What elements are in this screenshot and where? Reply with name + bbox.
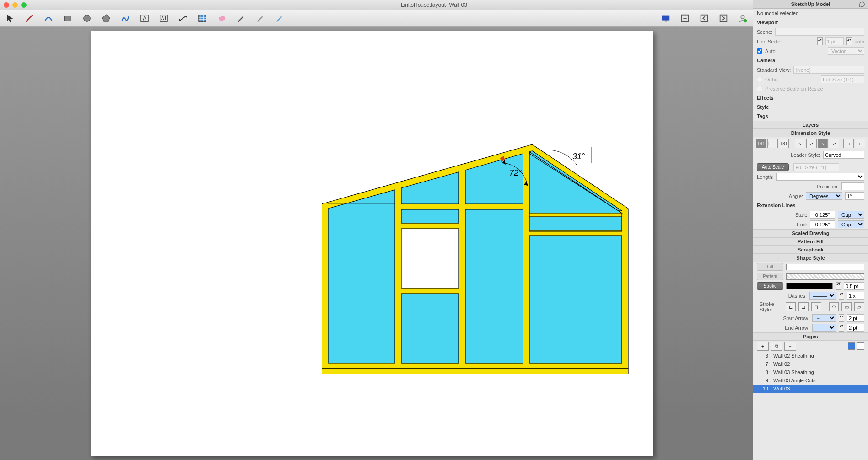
end-arrow-stepper[interactable]: ▴▾ bbox=[839, 324, 844, 332]
scrapbook-section[interactable]: Scrapbook bbox=[753, 246, 868, 254]
dim-align-3-icon[interactable]: T3T bbox=[779, 139, 789, 148]
cap-3-icon[interactable]: ⊓ bbox=[811, 302, 821, 311]
line-tool-icon[interactable] bbox=[24, 13, 35, 24]
dash-scale-input[interactable] bbox=[847, 292, 864, 300]
table-tool-icon[interactable] bbox=[197, 13, 208, 24]
render-mode-select[interactable]: Vector bbox=[828, 47, 864, 55]
fill-button[interactable]: Fill bbox=[757, 263, 783, 271]
auto-scale-button[interactable]: Auto Scale bbox=[757, 163, 789, 171]
stroke-button[interactable]: Stroke bbox=[757, 282, 783, 290]
pattern-button[interactable]: Pattern bbox=[757, 273, 783, 280]
refresh-icon[interactable] bbox=[859, 1, 865, 8]
start-arrow-stepper[interactable]: ▴▾ bbox=[839, 314, 844, 322]
page-item[interactable]: 8:Wall 03 Sheathing bbox=[753, 368, 868, 376]
account-icon[interactable] bbox=[737, 13, 748, 24]
select-tool-icon[interactable] bbox=[5, 13, 16, 24]
pages-section[interactable]: Pages bbox=[753, 332, 868, 341]
label-tool-icon[interactable]: A1 bbox=[158, 13, 169, 24]
length-unit-select[interactable] bbox=[776, 173, 864, 181]
layers-section[interactable]: Layers bbox=[753, 121, 868, 129]
text-tool-icon[interactable]: A bbox=[139, 13, 150, 24]
ext-end-value[interactable] bbox=[810, 220, 835, 228]
dim-leader-6-icon[interactable]: ⎍ bbox=[855, 139, 865, 148]
scene-select[interactable] bbox=[775, 28, 864, 36]
remove-page-button[interactable]: − bbox=[784, 342, 796, 351]
dim-align-1-icon[interactable]: 131 bbox=[756, 139, 766, 148]
leader-style-select[interactable] bbox=[823, 151, 864, 159]
polygon-tool-icon[interactable] bbox=[101, 13, 112, 24]
dim-leader-2-icon[interactable]: ↗ bbox=[806, 139, 817, 148]
join-3-icon[interactable]: ▱ bbox=[854, 302, 864, 311]
dim-align-2-icon[interactable]: ⊢⊣ bbox=[767, 139, 778, 148]
dim-leader-4-icon[interactable]: ↗ bbox=[829, 139, 839, 148]
stroke-width-stepper[interactable]: ▴▾ bbox=[836, 282, 841, 290]
angle-unit-select[interactable]: Degrees bbox=[806, 192, 842, 200]
maximize-window-icon[interactable] bbox=[21, 2, 27, 8]
next-page-icon[interactable] bbox=[718, 13, 729, 24]
page-item[interactable]: 7:Wall 02 bbox=[753, 360, 868, 368]
rectangle-tool-icon[interactable] bbox=[62, 13, 73, 24]
pattern-swatch[interactable] bbox=[786, 273, 864, 280]
canvas-area[interactable]: 72° 31° bbox=[0, 27, 753, 460]
scaled-drawing-section[interactable]: Scaled Drawing bbox=[753, 229, 868, 237]
stroke-width-input[interactable] bbox=[844, 282, 864, 290]
close-window-icon[interactable] bbox=[4, 2, 9, 8]
tags-section[interactable]: Tags bbox=[753, 112, 868, 121]
line-scale-stepper[interactable]: ▴▾ bbox=[817, 37, 823, 45]
add-page-icon[interactable] bbox=[679, 13, 690, 24]
eraser-tool-icon[interactable] bbox=[216, 13, 227, 24]
ext-start-value[interactable] bbox=[810, 211, 835, 219]
join-tool-icon[interactable] bbox=[274, 13, 285, 24]
join-1-icon[interactable]: ◠ bbox=[829, 302, 839, 311]
stroke-swatch[interactable] bbox=[786, 283, 833, 289]
end-arrow-select[interactable]: → bbox=[812, 324, 836, 332]
dim-leader-1-icon[interactable]: ↘ bbox=[795, 139, 805, 148]
pattern-fill-section[interactable]: Pattern Fill bbox=[753, 237, 868, 246]
dim-leader-5-icon[interactable]: ⎍ bbox=[843, 139, 854, 148]
freehand-tool-icon[interactable] bbox=[120, 13, 131, 24]
ext-start-gap[interactable]: Gap bbox=[838, 211, 864, 219]
svg-rect-8 bbox=[219, 16, 226, 21]
line-scale-value[interactable] bbox=[825, 37, 844, 45]
style-tool-icon[interactable] bbox=[235, 13, 246, 24]
ext-end-gap[interactable]: Gap bbox=[838, 220, 864, 228]
dashes-select[interactable]: ——— bbox=[809, 292, 836, 300]
full-size-input[interactable] bbox=[793, 163, 839, 171]
page-view-list-icon[interactable]: ≡ bbox=[857, 342, 864, 350]
line-scale-mode: auto bbox=[855, 39, 864, 44]
start-arrow-size[interactable] bbox=[847, 314, 864, 322]
precision-input[interactable] bbox=[841, 182, 864, 190]
join-2-icon[interactable]: ▭ bbox=[841, 302, 852, 311]
style-section[interactable]: Style bbox=[753, 102, 868, 112]
prev-page-icon[interactable] bbox=[699, 13, 710, 24]
presentation-icon[interactable] bbox=[660, 13, 671, 24]
dimension-tool-icon[interactable] bbox=[178, 13, 189, 24]
circle-tool-icon[interactable] bbox=[81, 13, 92, 24]
page-item[interactable]: 10:Wall 03 bbox=[753, 385, 868, 393]
svg-rect-20 bbox=[401, 229, 459, 288]
start-arrow-select[interactable]: → bbox=[812, 314, 836, 322]
dimension-style-section[interactable]: Dimension Style bbox=[753, 129, 868, 137]
camera-scale[interactable] bbox=[821, 75, 864, 83]
std-view-select[interactable] bbox=[793, 66, 864, 74]
dash-scale-stepper[interactable]: ▴▾ bbox=[839, 292, 844, 300]
shape-style-section[interactable]: Shape Style bbox=[753, 254, 868, 262]
cap-1-icon[interactable]: ⊏ bbox=[786, 302, 796, 311]
fill-swatch[interactable] bbox=[786, 264, 864, 270]
effects-section[interactable]: Effects bbox=[753, 93, 868, 102]
angle-precision-input[interactable] bbox=[845, 192, 864, 200]
svg-rect-21 bbox=[401, 294, 459, 363]
duplicate-page-button[interactable]: ⧉ bbox=[771, 342, 782, 351]
arc-tool-icon[interactable] bbox=[43, 13, 54, 24]
auto-render-checkbox[interactable] bbox=[757, 48, 762, 54]
split-tool-icon[interactable] bbox=[254, 13, 265, 24]
line-scale-stepper-2[interactable]: ▴▾ bbox=[846, 37, 852, 45]
page-view-grid-icon[interactable] bbox=[848, 342, 855, 350]
page-item[interactable]: 9:Wall 03 Angle Cuts bbox=[753, 376, 868, 385]
cap-2-icon[interactable]: ⊐ bbox=[798, 302, 809, 311]
end-arrow-size[interactable] bbox=[847, 324, 864, 332]
minimize-window-icon[interactable] bbox=[12, 2, 18, 8]
add-page-button[interactable]: + bbox=[757, 342, 769, 351]
dim-leader-3-icon[interactable]: ↘ bbox=[818, 139, 828, 148]
page-item[interactable]: 6:Wall 02 Sheathing bbox=[753, 352, 868, 360]
